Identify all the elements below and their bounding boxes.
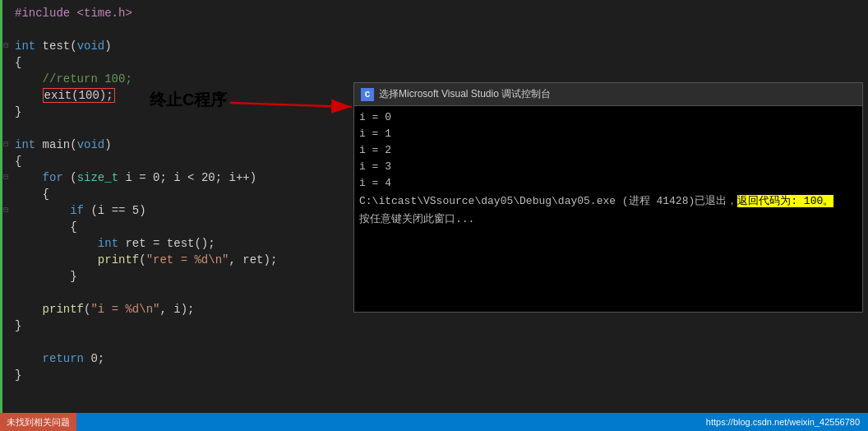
code-line: return 0; (0, 350, 868, 367)
console-output-line: i = 3 (359, 159, 857, 175)
exit-highlight: 返回代码为: 100。 (737, 195, 833, 207)
bottom-bar: 未找到相关问题 https://blog.csdn.net/weixin_425… (0, 413, 868, 431)
token-str: "ret = %d\n" (146, 253, 229, 266)
token-plain: ( (63, 171, 77, 184)
line-content: { (12, 54, 868, 71)
code-line (0, 21, 868, 38)
token-kw: for (43, 171, 63, 184)
console-window[interactable]: C 选择Microsoft Visual Studio 调试控制台 i = 0i… (353, 82, 863, 313)
token-kw: int (15, 138, 35, 151)
token-plain: ( (139, 253, 145, 266)
code-line: } (0, 367, 868, 383)
code-line: ⊟int test(void) (0, 38, 868, 54)
token-plain: ret = test(); (118, 237, 215, 250)
token-plain: (i == 5) (84, 204, 146, 217)
code-line (0, 334, 868, 350)
token-kw: void (77, 138, 105, 151)
line-content: int test(void) (12, 38, 868, 54)
token-plain: , i); (159, 303, 194, 316)
token-plain: } (15, 319, 21, 332)
console-output-line: i = 0 (359, 109, 857, 126)
line-content: return 0; (12, 350, 868, 367)
token-plain: { (70, 220, 76, 234)
line-content: #include <time.h> (12, 5, 868, 21)
code-line: { (0, 54, 868, 71)
bottom-url: https://blog.csdn.net/weixin_42556780 (706, 417, 860, 427)
token-type: size_t (77, 171, 118, 184)
token-kw: void (77, 39, 105, 53)
token-plain: { (15, 155, 21, 168)
token-plain: } (15, 105, 21, 118)
console-titlebar: C 选择Microsoft Visual Studio 调试控制台 (354, 83, 862, 106)
token-kw: int (15, 39, 35, 53)
token-plain: 0; (84, 352, 104, 365)
token-plain: ) (104, 138, 111, 151)
token-pp: #include <time.h> (15, 7, 132, 20)
console-output-line: i = 4 (359, 175, 857, 192)
token-cm: //return 100; (43, 72, 132, 86)
token-kw: return (43, 352, 84, 365)
token-plain: i = 0; i < 20; i++) (118, 171, 256, 184)
token-plain: test( (35, 39, 76, 53)
green-indicator (0, 0, 2, 431)
code-line: } (0, 317, 868, 334)
token-plain: ) (104, 39, 111, 53)
code-line: #include <time.h> (0, 5, 868, 21)
line-content: } (12, 317, 868, 334)
console-exit-line: C:\itcast\VSsource\day05\Debug\day05.exe… (359, 193, 857, 210)
token-fn: printf (98, 253, 139, 266)
console-title: 选择Microsoft Visual Studio 调试控制台 (379, 87, 551, 101)
token-kw: int (98, 237, 118, 250)
token-str: "i = %d\n" (90, 303, 159, 316)
console-app-icon: C (361, 88, 374, 101)
token-plain: } (70, 270, 76, 283)
console-exit-line2: 按任意键关闭此窗口... (359, 211, 857, 228)
token-plain: { (15, 56, 21, 69)
line-content: } (12, 367, 868, 383)
token-plain: } (15, 368, 21, 382)
highlighted-code: exit(100); (43, 88, 115, 103)
token-kw: if (70, 204, 84, 217)
token-plain: { (43, 188, 49, 201)
bottom-status-text: 未找到相关问题 (7, 416, 70, 429)
console-output-line: i = 1 (359, 126, 857, 142)
token-plain: main( (35, 138, 76, 151)
bottom-left-status: 未找到相关问题 (0, 413, 76, 431)
token-fn: printf (43, 303, 84, 316)
console-output-line: i = 2 (359, 142, 857, 159)
token-plain: , ret); (229, 253, 277, 266)
console-body: i = 0i = 1i = 2i = 3i = 4C:\itcast\VSsou… (354, 106, 862, 312)
